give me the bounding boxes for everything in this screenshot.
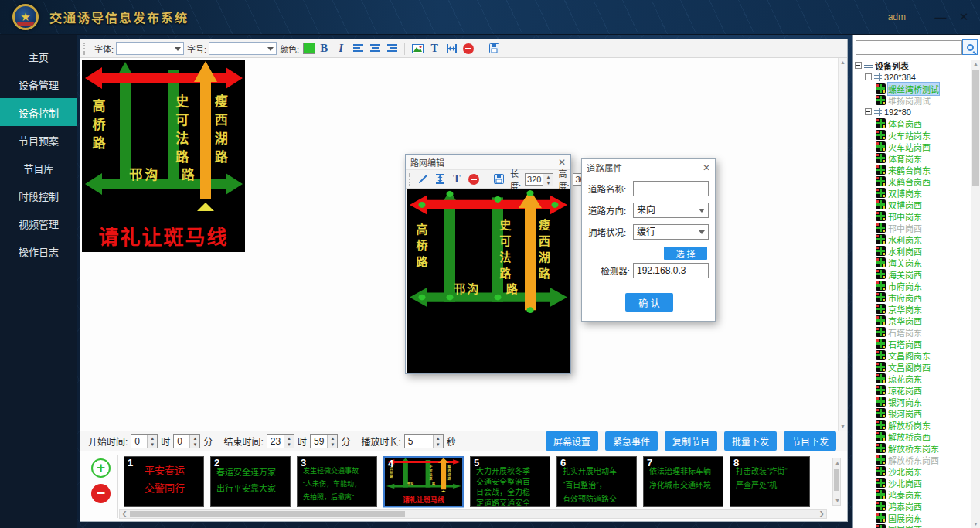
action-button[interactable]: 屏幕设置 xyxy=(546,431,598,451)
italic-button[interactable]: I xyxy=(334,42,348,56)
dialog-titlebar[interactable]: 道路属性 ✕ xyxy=(582,159,715,176)
tree-node[interactable]: 银河岗东 xyxy=(855,396,970,407)
tree-node[interactable]: 火车站岗西 xyxy=(855,141,970,152)
close-icon[interactable]: ✕ xyxy=(703,162,710,173)
tree-node[interactable]: 解放桥东岗西 xyxy=(855,454,970,465)
tree-node[interactable]: 320*384 xyxy=(855,71,970,83)
font-size-select[interactable] xyxy=(209,42,277,55)
congestion-select[interactable]: 缓行 xyxy=(633,224,709,240)
tree-node[interactable]: 双博岗西 xyxy=(855,199,970,210)
scroll-up-icon[interactable]: ▲ xyxy=(839,58,847,66)
scroll-down-icon[interactable]: ▼ xyxy=(839,422,847,431)
tree-node[interactable]: 双博岗东 xyxy=(855,187,970,199)
stepper-arrows[interactable]: ▲▼ xyxy=(284,435,294,448)
expand-toggle-icon[interactable] xyxy=(865,73,872,80)
align-right-button[interactable] xyxy=(385,42,399,56)
close-icon[interactable]: ✕ xyxy=(558,157,566,168)
sidebar-item[interactable]: 操作日志 xyxy=(0,237,77,265)
length-stepper[interactable]: 320▲▼ xyxy=(525,173,553,186)
tree-node[interactable]: 火车站岗东 xyxy=(855,129,970,141)
color-swatch[interactable] xyxy=(303,43,315,54)
tree-node[interactable]: 国展岗西 xyxy=(855,523,970,528)
select-detector-button[interactable]: 选 择 xyxy=(664,247,707,260)
align-center-button[interactable] xyxy=(368,42,382,56)
led-preview[interactable]: 高桥路 史可法路 瘦西湖路 邗沟 路 请礼让斑马线 xyxy=(82,60,245,252)
duration-stepper[interactable]: 5▲▼ xyxy=(404,434,444,448)
tree-node[interactable]: 市府岗西 xyxy=(855,291,970,303)
tree-node[interactable]: 琼花岗东 xyxy=(855,373,970,384)
tree-node[interactable]: 邗中岗东 xyxy=(855,210,970,222)
confirm-button[interactable]: 确 认 xyxy=(625,293,673,312)
program-thumbnail-selected[interactable]: 高桥路 史可法路 瘦西湖路 邗沟 路 请礼让斑马线 4 xyxy=(383,456,464,507)
tree-node[interactable]: 海关岗东 xyxy=(855,257,970,268)
scroll-up-icon[interactable]: ▲ xyxy=(833,458,842,467)
program-thumbnail[interactable]: 6 扎实开展电动车 “百日整治”， 有效预防道路交 通事故。 xyxy=(556,456,637,507)
remove-program-button[interactable]: − xyxy=(91,484,111,503)
tree-node[interactable]: 国展岗东 xyxy=(855,512,970,523)
dialog-titlebar[interactable]: 路网编辑 ✕ xyxy=(406,155,570,170)
end-minute-stepper[interactable]: 59▲▼ xyxy=(310,434,338,448)
tree-node[interactable]: 螺丝湾桥测试 xyxy=(855,83,970,94)
action-button[interactable]: 节目下发 xyxy=(784,431,836,451)
tree-node[interactable]: 京华岗东 xyxy=(855,303,970,315)
save-button[interactable] xyxy=(492,172,505,186)
road-label-canal[interactable]: 邗沟 xyxy=(454,280,480,296)
tree-node[interactable]: 解放桥岗东 xyxy=(855,419,970,431)
end-hour-stepper[interactable]: 23▲▼ xyxy=(267,434,294,448)
stepper-arrows[interactable]: ▲▼ xyxy=(327,435,337,448)
road-label-right[interactable]: 瘦西湖路 xyxy=(538,219,550,284)
scrollbar-thumb[interactable] xyxy=(834,469,839,491)
insert-image-button[interactable] xyxy=(410,42,424,56)
expand-toggle-icon[interactable] xyxy=(855,62,862,69)
scroll-up-icon[interactable]: ▲ xyxy=(971,60,980,68)
tree-node[interactable]: 192*80 xyxy=(855,106,970,118)
tree-node[interactable]: 解放桥东岗东 xyxy=(855,442,970,454)
font-select[interactable] xyxy=(116,42,184,55)
tree-node[interactable]: 水利岗西 xyxy=(855,245,970,257)
delete-tool-button[interactable] xyxy=(461,42,475,56)
close-icon[interactable]: ✕ xyxy=(954,9,974,26)
scrollbar-thumb[interactable] xyxy=(972,70,979,186)
scrollbar-thumb[interactable] xyxy=(130,511,405,517)
program-thumbnail[interactable]: 2 春运安全连万家 出行平安靠大家 xyxy=(210,456,291,507)
tree-node[interactable]: 鸿泰岗东 xyxy=(855,489,970,500)
tree-node[interactable]: 海关岗西 xyxy=(855,268,970,280)
start-hour-stepper[interactable]: 0▲▼ xyxy=(131,434,158,448)
user-name[interactable]: adm xyxy=(888,12,906,22)
playlist-vertical-scrollbar[interactable]: ▲ ▼ xyxy=(832,458,841,506)
tree-node[interactable]: 水利岗东 xyxy=(855,233,970,245)
scroll-left-icon[interactable]: ❮ xyxy=(120,510,129,518)
sidebar-item[interactable]: 设备管理 xyxy=(0,70,77,98)
tree-node[interactable]: 琼花岗西 xyxy=(855,384,970,396)
road-label-left[interactable]: 高桥路 xyxy=(416,223,427,272)
playlist-horizontal-scrollbar[interactable]: ❮ ❯ xyxy=(119,509,827,519)
road-edit-canvas[interactable]: 高桥路 史可法路 瘦西湖路 邗沟 路 xyxy=(407,189,570,373)
bold-button[interactable]: B xyxy=(317,42,331,56)
tree-node[interactable]: 来鹤台岗东 xyxy=(855,164,970,175)
tree-node[interactable]: 文昌阁岗东 xyxy=(855,349,970,361)
tree-node[interactable]: 来鹤台岗西 xyxy=(855,175,970,187)
tree-root[interactable]: 设备列表 xyxy=(855,60,970,71)
text-tool-button[interactable]: T xyxy=(427,42,441,56)
scroll-down-icon[interactable]: ▼ xyxy=(833,496,842,505)
stepper-arrows[interactable]: ▲▼ xyxy=(433,435,443,448)
program-thumbnail[interactable]: 3 发生轻微交通事故 “人未伤，车能动， 先拍照，后撤离” xyxy=(297,456,377,507)
road-label-canal-suffix[interactable]: 路 xyxy=(506,280,519,296)
road-label-middle[interactable]: 史可法路 xyxy=(499,219,510,284)
tree-node[interactable]: 体育岗东 xyxy=(855,152,970,164)
sidebar-item[interactable]: 设备控制 xyxy=(0,98,77,126)
detector-input[interactable]: 192.168.0.3 xyxy=(633,263,709,278)
program-thumbnail[interactable]: 5 大力开展秋冬季 交通安全整治百 日会战，全力稳 定道路交通安全 形势！ xyxy=(470,456,550,507)
align-left-button[interactable] xyxy=(351,42,365,56)
canvas-vertical-scrollbar[interactable]: ▲ ▼ xyxy=(838,58,847,431)
start-minute-stepper[interactable]: 0▲▼ xyxy=(173,434,200,448)
road-direction-select[interactable]: 来向 xyxy=(633,203,709,218)
tree-node[interactable]: 市府岗东 xyxy=(855,280,970,291)
sidebar-item[interactable]: 节目库 xyxy=(0,154,77,182)
tree-node[interactable]: 体育岗西 xyxy=(855,118,970,129)
program-thumbnail[interactable]: 7 依法治理非标车辆 净化城市交通环境 xyxy=(643,456,723,507)
draw-road-button[interactable] xyxy=(416,172,430,186)
action-button[interactable]: 复制节目 xyxy=(665,431,717,451)
minimize-icon[interactable]: — xyxy=(931,9,951,26)
search-input[interactable] xyxy=(856,40,962,55)
